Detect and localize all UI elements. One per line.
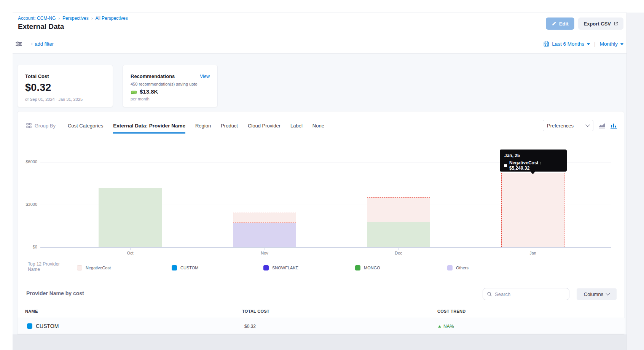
legend-item-others[interactable]: Others xyxy=(447,265,469,270)
header-buttons: Edit Export CSV xyxy=(546,18,623,30)
row-name-cell: CUSTOM xyxy=(27,323,59,329)
breadcrumb-separator: › xyxy=(58,16,60,21)
x-axis-label-jan: Jan xyxy=(518,251,548,255)
y-axis-tick: $3000 xyxy=(18,202,37,207)
breadcrumb-perspectives[interactable]: Perspectives xyxy=(62,16,89,21)
tooltip-value: NegativeCost : $5,249.32 xyxy=(509,160,562,171)
bar-segment-nov-others[interactable] xyxy=(233,223,296,247)
row-total-cost-cell: $0.32 xyxy=(244,324,256,329)
filter-sliders-icon[interactable] xyxy=(16,41,22,47)
recommendations-card: Recommendations View 450 recommendation(… xyxy=(123,65,218,107)
x-axis-label-oct: Oct xyxy=(115,251,145,255)
legend-swatch-others xyxy=(447,265,453,270)
y-axis-tick: $6000 xyxy=(18,159,37,164)
chevron-down-icon xyxy=(585,123,590,127)
view-recommendations-link[interactable]: View xyxy=(200,74,210,79)
filter-bar: + add filter Last 6 Months | Monthly xyxy=(13,35,626,54)
bar-segment-dec-negativecost[interactable] xyxy=(367,197,430,222)
search-input[interactable] xyxy=(495,291,560,297)
legend-title: Top 12 Provider Name xyxy=(28,261,70,272)
page-title: External Data xyxy=(18,22,619,31)
chevron-down-icon xyxy=(606,291,610,295)
calendar-icon xyxy=(544,41,549,47)
cost-chart: $6000 $3000 $0 Oct Nov Dec Jan Jan, 25 xyxy=(18,134,625,260)
edit-button[interactable]: Edit xyxy=(546,18,575,30)
table-row[interactable]: CUSTOM $0.32 NA% xyxy=(18,318,625,334)
tab-external-data-provider-name[interactable]: External Data: Provider Name xyxy=(113,118,185,134)
page-header: Account: CCM-NG › Perspectives › All Per… xyxy=(13,13,626,34)
table-header-row: NAME TOTAL COST COST TREND xyxy=(18,305,625,318)
chart-table-panel: Group By Cost Categories External Data: … xyxy=(17,111,624,334)
pencil-icon xyxy=(552,21,556,26)
area-chart-icon[interactable] xyxy=(598,123,606,129)
tab-label[interactable]: Label xyxy=(290,118,303,134)
group-by-tabs: Cost Categories External Data: Provider … xyxy=(68,117,324,134)
y-axis-tick: $0 xyxy=(18,245,37,249)
legend-item-negativecost[interactable]: NegativeCost xyxy=(77,265,111,270)
total-cost-value: $0.32 xyxy=(25,82,105,94)
grid-icon xyxy=(26,123,32,128)
total-cost-label: Total Cost xyxy=(25,73,105,79)
table-title: Provider Name by cost xyxy=(26,290,84,296)
content-area: Total Cost $0.32 of Sep 01, 2024 - Jan 3… xyxy=(13,54,626,350)
breadcrumb-separator: › xyxy=(91,16,93,21)
bar-chart-icon[interactable] xyxy=(611,123,617,129)
tooltip-arrow xyxy=(530,171,536,174)
breadcrumb-account[interactable]: Account: CCM-NG xyxy=(18,16,56,21)
legend-swatch-custom xyxy=(172,265,177,270)
row-swatch-custom xyxy=(27,323,32,329)
preferences-dropdown[interactable]: Preferences xyxy=(543,120,593,131)
x-axis-label-dec: Dec xyxy=(383,251,414,255)
legend-swatch-mongo xyxy=(355,265,360,270)
export-csv-button[interactable]: Export CSV xyxy=(578,18,623,30)
granularity-selector[interactable]: Monthly xyxy=(600,41,618,47)
total-cost-card: Total Cost $0.32 of Sep 01, 2024 - Jan 3… xyxy=(17,65,113,107)
legend-swatch-snowflake xyxy=(263,265,269,270)
breadcrumb: Account: CCM-NG › Perspectives › All Per… xyxy=(18,16,619,21)
x-axis-tickmark xyxy=(265,248,265,250)
x-axis-line xyxy=(40,247,611,248)
add-filter-button[interactable]: + add filter xyxy=(30,41,54,47)
recommendations-per-month: per month xyxy=(131,97,210,101)
tab-none[interactable]: None xyxy=(312,118,324,134)
x-axis-tickmark xyxy=(533,248,533,250)
chart-tooltip: Jan, 25 NegativeCost : $5,249.32 xyxy=(500,150,567,172)
tab-cost-categories[interactable]: Cost Categories xyxy=(68,118,103,134)
group-by-row: Group By Cost Categories External Data: … xyxy=(26,117,617,134)
column-header-cost-trend: COST TREND xyxy=(437,309,466,313)
bar-segment-jan-negativecost[interactable] xyxy=(501,173,564,247)
trend-up-icon xyxy=(438,325,441,328)
bar-segment-dec-mongo[interactable] xyxy=(367,222,430,247)
tooltip-series-marker xyxy=(504,164,507,167)
legend-swatch-negativecost xyxy=(77,265,82,270)
x-axis-tickmark xyxy=(130,248,131,250)
bar-segment-nov-negativecost[interactable] xyxy=(233,213,296,223)
divider: | xyxy=(594,41,596,47)
bar-segment-oct-mongo[interactable] xyxy=(99,188,162,247)
money-icon xyxy=(131,89,137,94)
chevron-down-icon[interactable] xyxy=(587,43,590,45)
tooltip-title: Jan, 25 xyxy=(504,153,562,158)
external-link-icon xyxy=(614,21,618,26)
x-axis-label-nov: Nov xyxy=(249,251,280,255)
legend-item-mongo[interactable]: MONGO xyxy=(355,265,380,270)
tab-product[interactable]: Product xyxy=(221,118,238,134)
tab-cloud-provider[interactable]: Cloud Provider xyxy=(248,118,281,134)
recommendations-label: Recommendations xyxy=(131,73,175,79)
row-cost-trend-cell: NA% xyxy=(438,324,454,329)
total-cost-period: of Sep 01, 2024 - Jan 31, 2025 xyxy=(25,97,105,102)
group-by-label: Group By xyxy=(26,123,56,129)
search-box xyxy=(483,288,569,300)
breadcrumb-all-perspectives[interactable]: All Perspectives xyxy=(95,16,128,21)
app-root: Account: CCM-NG › Perspectives › All Per… xyxy=(0,0,644,350)
search-icon xyxy=(487,291,492,297)
bottom-cutoff-band xyxy=(13,334,626,350)
date-range-selector[interactable]: Last 6 Months xyxy=(552,41,584,47)
legend-item-snowflake[interactable]: SNOWFLAKE xyxy=(263,265,298,270)
chevron-down-icon[interactable] xyxy=(620,43,623,45)
column-header-total-cost: TOTAL COST xyxy=(242,309,269,313)
columns-button[interactable]: Columns xyxy=(577,288,617,300)
legend-item-custom[interactable]: CUSTOM xyxy=(172,265,198,270)
tab-region[interactable]: Region xyxy=(195,118,211,134)
date-controls: Last 6 Months | Monthly xyxy=(544,41,623,47)
